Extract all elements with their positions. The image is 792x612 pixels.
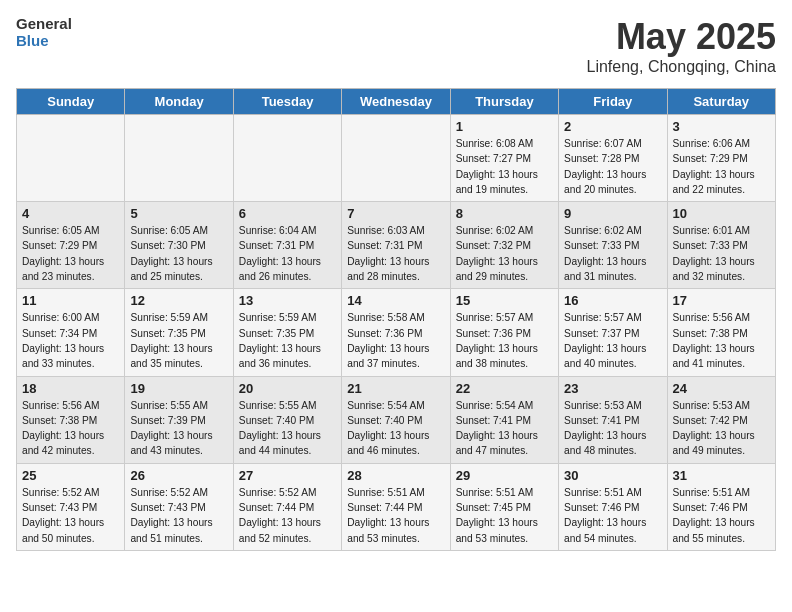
- day-detail: Sunrise: 5:54 AM Sunset: 7:41 PM Dayligh…: [456, 398, 553, 459]
- calendar-day-cell: 12Sunrise: 5:59 AM Sunset: 7:35 PM Dayli…: [125, 289, 233, 376]
- day-detail: Sunrise: 6:08 AM Sunset: 7:27 PM Dayligh…: [456, 136, 553, 197]
- day-detail: Sunrise: 5:59 AM Sunset: 7:35 PM Dayligh…: [130, 310, 227, 371]
- weekday-header-friday: Friday: [559, 89, 667, 115]
- calendar-week-row: 1Sunrise: 6:08 AM Sunset: 7:27 PM Daylig…: [17, 115, 776, 202]
- day-number: 1: [456, 119, 553, 134]
- calendar-week-row: 11Sunrise: 6:00 AM Sunset: 7:34 PM Dayli…: [17, 289, 776, 376]
- day-detail: Sunrise: 6:06 AM Sunset: 7:29 PM Dayligh…: [673, 136, 770, 197]
- calendar-day-cell: [17, 115, 125, 202]
- day-detail: Sunrise: 6:01 AM Sunset: 7:33 PM Dayligh…: [673, 223, 770, 284]
- day-detail: Sunrise: 6:02 AM Sunset: 7:33 PM Dayligh…: [564, 223, 661, 284]
- calendar-day-cell: 6Sunrise: 6:04 AM Sunset: 7:31 PM Daylig…: [233, 202, 341, 289]
- calendar-day-cell: [125, 115, 233, 202]
- day-number: 23: [564, 381, 661, 396]
- calendar-day-cell: [233, 115, 341, 202]
- calendar-day-cell: 11Sunrise: 6:00 AM Sunset: 7:34 PM Dayli…: [17, 289, 125, 376]
- calendar-day-cell: 4Sunrise: 6:05 AM Sunset: 7:29 PM Daylig…: [17, 202, 125, 289]
- weekday-header-monday: Monday: [125, 89, 233, 115]
- day-number: 27: [239, 468, 336, 483]
- day-detail: Sunrise: 5:58 AM Sunset: 7:36 PM Dayligh…: [347, 310, 444, 371]
- calendar-table: SundayMondayTuesdayWednesdayThursdayFrid…: [16, 88, 776, 551]
- day-detail: Sunrise: 6:05 AM Sunset: 7:29 PM Dayligh…: [22, 223, 119, 284]
- day-detail: Sunrise: 5:52 AM Sunset: 7:43 PM Dayligh…: [22, 485, 119, 546]
- weekday-header-tuesday: Tuesday: [233, 89, 341, 115]
- calendar-day-cell: 28Sunrise: 5:51 AM Sunset: 7:44 PM Dayli…: [342, 463, 450, 550]
- day-number: 2: [564, 119, 661, 134]
- day-number: 21: [347, 381, 444, 396]
- day-number: 13: [239, 293, 336, 308]
- calendar-day-cell: 17Sunrise: 5:56 AM Sunset: 7:38 PM Dayli…: [667, 289, 775, 376]
- day-number: 3: [673, 119, 770, 134]
- day-number: 28: [347, 468, 444, 483]
- day-number: 26: [130, 468, 227, 483]
- weekday-header-wednesday: Wednesday: [342, 89, 450, 115]
- day-number: 4: [22, 206, 119, 221]
- location-subtitle: Linfeng, Chongqing, China: [587, 58, 776, 76]
- day-number: 17: [673, 293, 770, 308]
- calendar-day-cell: 13Sunrise: 5:59 AM Sunset: 7:35 PM Dayli…: [233, 289, 341, 376]
- calendar-day-cell: 10Sunrise: 6:01 AM Sunset: 7:33 PM Dayli…: [667, 202, 775, 289]
- weekday-header-saturday: Saturday: [667, 89, 775, 115]
- calendar-day-cell: 29Sunrise: 5:51 AM Sunset: 7:45 PM Dayli…: [450, 463, 558, 550]
- month-year-title: May 2025: [587, 16, 776, 58]
- calendar-day-cell: 23Sunrise: 5:53 AM Sunset: 7:41 PM Dayli…: [559, 376, 667, 463]
- calendar-day-cell: 30Sunrise: 5:51 AM Sunset: 7:46 PM Dayli…: [559, 463, 667, 550]
- calendar-day-cell: 18Sunrise: 5:56 AM Sunset: 7:38 PM Dayli…: [17, 376, 125, 463]
- day-number: 12: [130, 293, 227, 308]
- day-number: 19: [130, 381, 227, 396]
- logo-blue-text: Blue: [16, 33, 72, 50]
- day-detail: Sunrise: 5:54 AM Sunset: 7:40 PM Dayligh…: [347, 398, 444, 459]
- calendar-day-cell: 19Sunrise: 5:55 AM Sunset: 7:39 PM Dayli…: [125, 376, 233, 463]
- calendar-week-row: 4Sunrise: 6:05 AM Sunset: 7:29 PM Daylig…: [17, 202, 776, 289]
- calendar-day-cell: 7Sunrise: 6:03 AM Sunset: 7:31 PM Daylig…: [342, 202, 450, 289]
- day-detail: Sunrise: 5:55 AM Sunset: 7:40 PM Dayligh…: [239, 398, 336, 459]
- calendar-week-row: 25Sunrise: 5:52 AM Sunset: 7:43 PM Dayli…: [17, 463, 776, 550]
- page-header: General Blue May 2025 Linfeng, Chongqing…: [16, 16, 776, 76]
- day-number: 24: [673, 381, 770, 396]
- calendar-day-cell: 14Sunrise: 5:58 AM Sunset: 7:36 PM Dayli…: [342, 289, 450, 376]
- calendar-day-cell: 21Sunrise: 5:54 AM Sunset: 7:40 PM Dayli…: [342, 376, 450, 463]
- day-number: 22: [456, 381, 553, 396]
- weekday-header-thursday: Thursday: [450, 89, 558, 115]
- title-block: May 2025 Linfeng, Chongqing, China: [587, 16, 776, 76]
- day-detail: Sunrise: 5:51 AM Sunset: 7:44 PM Dayligh…: [347, 485, 444, 546]
- calendar-day-cell: 3Sunrise: 6:06 AM Sunset: 7:29 PM Daylig…: [667, 115, 775, 202]
- calendar-day-cell: 25Sunrise: 5:52 AM Sunset: 7:43 PM Dayli…: [17, 463, 125, 550]
- day-number: 18: [22, 381, 119, 396]
- day-detail: Sunrise: 5:56 AM Sunset: 7:38 PM Dayligh…: [22, 398, 119, 459]
- weekday-header-row: SundayMondayTuesdayWednesdayThursdayFrid…: [17, 89, 776, 115]
- day-detail: Sunrise: 6:03 AM Sunset: 7:31 PM Dayligh…: [347, 223, 444, 284]
- day-number: 5: [130, 206, 227, 221]
- day-number: 20: [239, 381, 336, 396]
- day-detail: Sunrise: 6:02 AM Sunset: 7:32 PM Dayligh…: [456, 223, 553, 284]
- calendar-day-cell: 8Sunrise: 6:02 AM Sunset: 7:32 PM Daylig…: [450, 202, 558, 289]
- day-detail: Sunrise: 6:00 AM Sunset: 7:34 PM Dayligh…: [22, 310, 119, 371]
- day-number: 15: [456, 293, 553, 308]
- calendar-day-cell: 22Sunrise: 5:54 AM Sunset: 7:41 PM Dayli…: [450, 376, 558, 463]
- day-number: 10: [673, 206, 770, 221]
- calendar-day-cell: 27Sunrise: 5:52 AM Sunset: 7:44 PM Dayli…: [233, 463, 341, 550]
- calendar-day-cell: [342, 115, 450, 202]
- day-detail: Sunrise: 5:53 AM Sunset: 7:41 PM Dayligh…: [564, 398, 661, 459]
- day-number: 14: [347, 293, 444, 308]
- day-detail: Sunrise: 5:51 AM Sunset: 7:45 PM Dayligh…: [456, 485, 553, 546]
- day-detail: Sunrise: 5:52 AM Sunset: 7:43 PM Dayligh…: [130, 485, 227, 546]
- weekday-header-sunday: Sunday: [17, 89, 125, 115]
- logo: General Blue: [16, 16, 72, 49]
- calendar-day-cell: 24Sunrise: 5:53 AM Sunset: 7:42 PM Dayli…: [667, 376, 775, 463]
- calendar-day-cell: 26Sunrise: 5:52 AM Sunset: 7:43 PM Dayli…: [125, 463, 233, 550]
- calendar-day-cell: 31Sunrise: 5:51 AM Sunset: 7:46 PM Dayli…: [667, 463, 775, 550]
- day-detail: Sunrise: 5:59 AM Sunset: 7:35 PM Dayligh…: [239, 310, 336, 371]
- day-detail: Sunrise: 6:05 AM Sunset: 7:30 PM Dayligh…: [130, 223, 227, 284]
- logo-general-text: General: [16, 16, 72, 33]
- day-number: 7: [347, 206, 444, 221]
- day-number: 29: [456, 468, 553, 483]
- day-detail: Sunrise: 5:51 AM Sunset: 7:46 PM Dayligh…: [564, 485, 661, 546]
- day-number: 16: [564, 293, 661, 308]
- calendar-day-cell: 15Sunrise: 5:57 AM Sunset: 7:36 PM Dayli…: [450, 289, 558, 376]
- day-number: 6: [239, 206, 336, 221]
- day-detail: Sunrise: 5:56 AM Sunset: 7:38 PM Dayligh…: [673, 310, 770, 371]
- calendar-day-cell: 2Sunrise: 6:07 AM Sunset: 7:28 PM Daylig…: [559, 115, 667, 202]
- day-detail: Sunrise: 5:53 AM Sunset: 7:42 PM Dayligh…: [673, 398, 770, 459]
- day-number: 8: [456, 206, 553, 221]
